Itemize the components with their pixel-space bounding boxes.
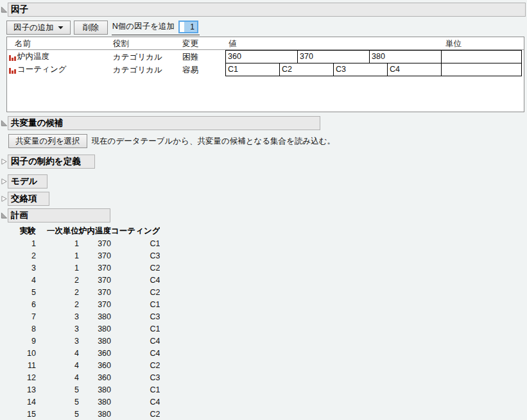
factor-name-label: 炉内温度 (17, 51, 49, 62)
design-section-title[interactable]: 計画 (8, 208, 110, 223)
select-covariate-columns-button[interactable]: 共変量の列を選択 (8, 134, 87, 148)
design-cell: 5 (36, 396, 79, 408)
design-cell: 12 (6, 371, 36, 383)
column-header-unit: 単位 (445, 38, 462, 49)
design-cell: 15 (6, 408, 36, 420)
design-cell: 360 (79, 347, 111, 359)
alias-terms-section-header-row: 交絡項 (0, 192, 527, 206)
factor-change-cell[interactable]: 容易 (182, 65, 198, 76)
design-cell: 4 (36, 371, 79, 383)
factors-table-header: 名前 役割 変更 値 単位 (7, 37, 524, 50)
design-cell: 370 (79, 298, 111, 310)
design-cell: C4 (111, 396, 160, 408)
design-table-row: 73380C3 (6, 310, 160, 323)
design-cell: 8 (6, 323, 36, 335)
design-header-coating: コーティング (111, 225, 160, 237)
design-cell: 6 (6, 298, 36, 310)
design-cell: C2 (111, 262, 160, 274)
factor-name-cell[interactable]: コーティング (9, 63, 66, 76)
design-cell: 7 (6, 310, 36, 323)
model-section-title[interactable]: モデル (8, 174, 48, 189)
design-cell: C2 (111, 286, 160, 298)
design-cell: 380 (79, 335, 111, 347)
design-cell: 14 (6, 396, 36, 408)
delete-factor-button[interactable]: 削除 (74, 21, 108, 35)
alias-terms-section-title[interactable]: 交絡項 (8, 192, 49, 206)
design-table-row: 155380C2 (6, 408, 160, 420)
add-factor-label: 因子の追加 (13, 22, 54, 33)
design-cell: 3 (6, 262, 36, 274)
factor-role-cell[interactable]: カテゴリカル (113, 65, 162, 76)
factor-unit-cell[interactable] (441, 50, 522, 63)
factor-value-cell[interactable]: 370 (297, 50, 370, 63)
covariates-section-header-row: 共変量の候補 (0, 116, 527, 130)
design-cell: 10 (6, 347, 36, 359)
design-table-row: 93380C4 (6, 335, 160, 347)
design-cell: 1 (36, 237, 79, 249)
design-table-row: 104360C4 (6, 347, 160, 359)
model-section-header-row: モデル (0, 174, 527, 189)
factor-value-cell[interactable]: C4 (387, 63, 442, 76)
design-cell: 360 (79, 359, 111, 371)
covariates-description: 現在のデータテーブルから、共変量の候補となる集合を読み込む。 (92, 136, 335, 147)
covariates-section-title[interactable]: 共変量の候補 (8, 116, 320, 130)
design-cell: 370 (79, 237, 111, 249)
design-cell: 1 (36, 262, 79, 274)
n-factors-input[interactable]: 1 (178, 21, 198, 33)
design-table-row: 135380C1 (6, 383, 160, 396)
factor-value-cell[interactable]: 380 (369, 50, 442, 63)
factor-name-cell[interactable]: 炉内温度 (9, 50, 49, 63)
n-factors-label: N個の因子を追加 (112, 21, 175, 32)
column-header-change: 変更 (182, 38, 198, 49)
nominal-variable-icon (9, 66, 16, 74)
disclosure-open-icon[interactable] (1, 119, 8, 127)
design-cell: 2 (36, 298, 79, 310)
factor-values: 360370380 (225, 50, 442, 63)
design-cell: C4 (111, 347, 160, 359)
design-table: 実験 一次単位 炉内温度 コーティング 11370C121370C331370C… (6, 225, 160, 420)
design-cell: 4 (6, 274, 36, 286)
disclosure-closed-icon[interactable] (1, 178, 8, 185)
design-header-whole-plot: 一次単位 (36, 225, 79, 237)
factor-change-cell[interactable]: 困難 (182, 52, 198, 63)
design-cell: 370 (79, 274, 111, 286)
factors-section-title[interactable]: 因子 (8, 3, 526, 17)
design-table-row: 21370C3 (6, 249, 160, 262)
disclosure-closed-icon[interactable] (1, 195, 8, 203)
design-table-row: 11370C1 (6, 237, 160, 249)
design-section-header-row: 計画 (0, 208, 527, 223)
disclosure-open-icon[interactable] (1, 212, 8, 219)
design-cell: 380 (79, 396, 111, 408)
design-cell: C1 (111, 323, 160, 335)
design-cell: C3 (111, 310, 160, 323)
factor-value-cell[interactable]: C3 (333, 63, 388, 76)
design-cell: C2 (111, 359, 160, 371)
factor-value-cell[interactable]: C1 (225, 63, 280, 76)
design-cell: 4 (36, 359, 79, 371)
design-cell: 360 (79, 371, 111, 383)
design-cell: 3 (36, 323, 79, 335)
design-table-row: 52370C2 (6, 286, 160, 298)
disclosure-closed-icon[interactable] (1, 158, 8, 165)
design-cell: C2 (111, 408, 160, 420)
design-cell: 3 (36, 335, 79, 347)
constraints-section-title[interactable]: 因子の制約を定義 (8, 155, 95, 169)
factor-value-cell[interactable]: C2 (279, 63, 334, 76)
design-cell: 380 (79, 408, 111, 420)
factor-value-cell[interactable]: 360 (225, 50, 298, 63)
factors-section-header-row: 因子 (0, 0, 527, 17)
factor-row: 炉内温度カテゴリカル困難360370380 (7, 50, 524, 63)
design-table-row: 62370C1 (6, 298, 160, 310)
factor-role-cell[interactable]: カテゴリカル (113, 52, 162, 63)
factor-unit-cell[interactable] (441, 63, 522, 76)
add-factor-button[interactable]: 因子の追加 (6, 21, 71, 35)
design-header-run: 実験 (6, 225, 36, 237)
design-cell: C3 (111, 371, 160, 383)
design-cell: 3 (36, 310, 79, 323)
design-table-row: 31370C2 (6, 262, 160, 274)
factors-table: 名前 役割 変更 値 単位 炉内温度カテゴリカル困難360370380コーティン… (6, 37, 524, 112)
design-cell: 4 (36, 347, 79, 359)
disclosure-open-icon[interactable] (1, 6, 8, 13)
column-header-name: 名前 (15, 38, 31, 49)
design-table-row: 83380C1 (6, 323, 160, 335)
